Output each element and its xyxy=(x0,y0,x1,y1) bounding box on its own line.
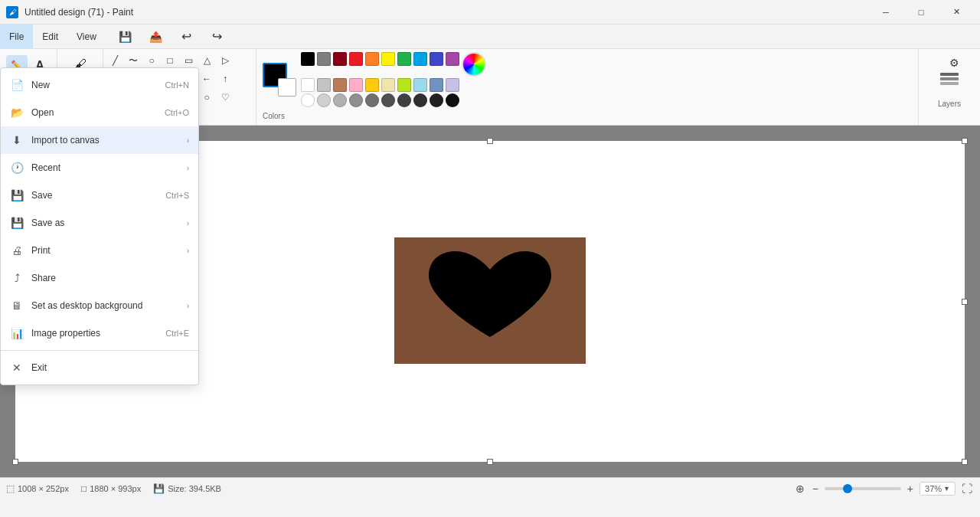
share-icon: ⤴ xyxy=(10,271,24,285)
color-trans-1[interactable] xyxy=(301,93,315,107)
save-label: Save xyxy=(31,190,158,201)
zoom-thumb xyxy=(843,484,852,493)
shape-rect[interactable]: □ xyxy=(162,52,178,69)
import-label: Import to canvas xyxy=(31,135,179,146)
canvas-size: □ 1880 × 993px xyxy=(81,483,141,494)
selection-icon: ⬚ xyxy=(6,483,15,494)
menu-item-save[interactable]: 💾 Save Ctrl+S xyxy=(1,182,198,209)
color-brown[interactable] xyxy=(333,78,347,92)
menu-item-new[interactable]: 📄 New Ctrl+N xyxy=(1,71,198,99)
maximize-button[interactable]: □ xyxy=(903,0,939,25)
color-picker-button[interactable] xyxy=(462,52,486,77)
color-circle-5[interactable] xyxy=(365,93,379,107)
color-steelblue[interactable] xyxy=(430,78,443,92)
menu-item-share[interactable]: ⤴ Share xyxy=(1,264,198,292)
shape-roundrect[interactable]: ▭ xyxy=(180,52,197,69)
handle-mr[interactable] xyxy=(962,299,968,305)
close-button[interactable]: ✕ xyxy=(939,0,974,25)
menu-divider xyxy=(1,350,198,351)
menu-view[interactable]: View xyxy=(67,25,106,48)
color-lime[interactable] xyxy=(397,78,411,92)
color-darkred[interactable] xyxy=(333,52,347,66)
menu-item-import[interactable]: ⬇ Import to canvas › xyxy=(1,126,198,154)
shape-bubble[interactable]: ○ xyxy=(198,89,215,106)
menu-item-setdesktop[interactable]: 🖥 Set as desktop background › xyxy=(1,292,198,319)
zoom-slider[interactable] xyxy=(825,487,901,490)
color-circle-10[interactable] xyxy=(446,93,459,107)
zoom-chevron-icon: ▼ xyxy=(943,485,950,492)
menu-item-exit[interactable]: ✕ Exit xyxy=(1,354,198,381)
color-lavender[interactable] xyxy=(446,78,459,92)
save-icon-menu: 💾 xyxy=(10,188,24,202)
save-shortcut: Ctrl+S xyxy=(165,191,189,200)
settings-button[interactable]: ⚙ xyxy=(940,49,968,77)
color-cyan[interactable] xyxy=(413,52,427,66)
minimize-button[interactable]: ─ xyxy=(868,0,903,25)
color-cream[interactable] xyxy=(381,78,395,92)
save-quick-button[interactable]: 💾 xyxy=(112,23,139,51)
setdesktop-arrow: › xyxy=(187,302,189,310)
handle-tr[interactable] xyxy=(962,138,968,144)
color-circle-6[interactable] xyxy=(381,93,395,107)
handle-br[interactable] xyxy=(962,459,968,465)
color-lightgray[interactable] xyxy=(317,78,331,92)
canvas-dims: 1880 × 993px xyxy=(90,484,141,493)
zoom-dropdown[interactable]: 37% ▼ xyxy=(920,482,956,496)
color-gold[interactable] xyxy=(365,78,379,92)
shape-triangle[interactable]: △ xyxy=(198,52,215,69)
color-circle-4[interactable] xyxy=(349,93,363,107)
color-lightblue[interactable] xyxy=(413,78,427,92)
color-circle-2[interactable] xyxy=(317,93,331,107)
color-circle-8[interactable] xyxy=(413,93,427,107)
color-circle-9[interactable] xyxy=(430,93,443,107)
menu-item-imageprops[interactable]: 📊 Image properties Ctrl+E xyxy=(1,319,198,347)
shape-heart[interactable]: ♡ xyxy=(217,89,234,106)
undo-button[interactable]: ↩ xyxy=(173,23,201,51)
color-gray[interactable] xyxy=(317,52,331,66)
shape-line[interactable]: ╱ xyxy=(106,52,123,69)
color-yellow[interactable] xyxy=(381,52,395,66)
shape-triangle2[interactable]: ▷ xyxy=(217,52,234,69)
color-circle-7[interactable] xyxy=(397,93,411,107)
menu-item-print[interactable]: 🖨 Print › xyxy=(1,237,198,264)
export-quick-button[interactable]: 📤 xyxy=(142,23,170,51)
color-white[interactable] xyxy=(301,78,315,92)
colors-section: Colors xyxy=(256,49,919,125)
zoom-level: 37% xyxy=(925,484,942,493)
color-purple[interactable] xyxy=(446,52,459,66)
color-green[interactable] xyxy=(397,52,411,66)
zoom-full-button[interactable]: ⛶ xyxy=(960,481,974,496)
menu-file[interactable]: File xyxy=(0,25,33,48)
handle-tc[interactable] xyxy=(487,138,493,144)
zoom-out-button[interactable]: − xyxy=(811,481,820,496)
redo-button[interactable]: ↪ xyxy=(204,23,231,51)
menu-edit[interactable]: Edit xyxy=(33,25,67,48)
color-pink[interactable] xyxy=(349,78,363,92)
saveas-label: Save as xyxy=(31,218,179,228)
handle-bl[interactable] xyxy=(12,459,18,465)
open-shortcut: Ctrl+O xyxy=(165,108,189,117)
color-red[interactable] xyxy=(349,52,363,66)
recent-label: Recent xyxy=(31,162,179,173)
menu-item-saveas[interactable]: 💾 Save as › xyxy=(1,209,198,237)
zoom-in-button[interactable]: + xyxy=(906,481,915,496)
shape-curve[interactable]: 〜 xyxy=(125,52,142,69)
color-selector[interactable] xyxy=(263,63,296,97)
handle-bc[interactable] xyxy=(487,459,493,465)
shape-arrow-l[interactable]: ← xyxy=(198,70,215,87)
zoom-controls: ⊕ − + 37% ▼ ⛶ xyxy=(794,481,974,496)
menu-item-recent[interactable]: 🕐 Recent › xyxy=(1,154,198,182)
color-black[interactable] xyxy=(301,52,315,66)
selection-dims: 1008 × 252px xyxy=(18,484,69,493)
menu-item-open[interactable]: 📂 Open Ctrl+O xyxy=(1,99,198,126)
color-orange[interactable] xyxy=(365,52,379,66)
zoom-fit-button[interactable]: ⊕ xyxy=(794,481,806,496)
color-row-3 xyxy=(301,93,486,107)
color-circle-3[interactable] xyxy=(333,93,347,107)
recent-arrow: › xyxy=(187,164,189,172)
color-blue[interactable] xyxy=(430,52,443,66)
imageprops-shortcut: Ctrl+E xyxy=(165,329,189,338)
shape-arrow-u[interactable]: ↑ xyxy=(217,70,234,87)
shape-oval[interactable]: ○ xyxy=(143,52,160,69)
status-bar: ⬚ 1008 × 252px □ 1880 × 993px 💾 Size: 39… xyxy=(0,477,980,499)
